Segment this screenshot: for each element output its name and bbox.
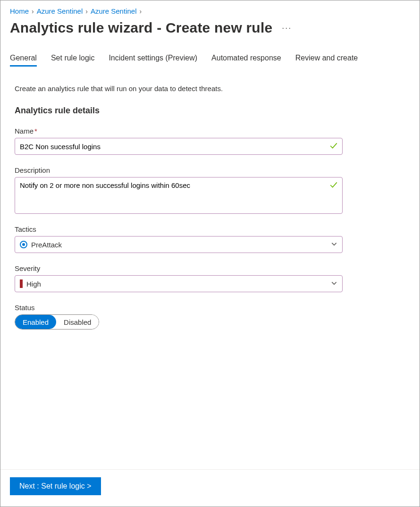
wizard-tabs: General Set rule logic Incident settings… bbox=[10, 54, 410, 67]
description-input[interactable] bbox=[15, 177, 343, 214]
name-input[interactable] bbox=[15, 138, 343, 155]
severity-field-group: Severity High bbox=[15, 264, 343, 292]
name-label-text: Name bbox=[15, 127, 34, 135]
breadcrumb-home[interactable]: Home bbox=[10, 7, 29, 15]
description-label: Description bbox=[15, 166, 343, 174]
chevron-down-icon bbox=[331, 280, 337, 288]
status-toggle: Enabled Disabled bbox=[15, 314, 99, 330]
severity-indicator-icon bbox=[20, 279, 23, 288]
tactics-field-group: Tactics PreAttack bbox=[15, 225, 343, 253]
chevron-down-icon bbox=[331, 241, 337, 249]
status-field-group: Status Enabled Disabled bbox=[15, 304, 343, 330]
description-field-group: Description bbox=[15, 166, 343, 214]
status-disabled-option[interactable]: Disabled bbox=[56, 315, 99, 329]
chevron-right-icon: › bbox=[139, 8, 142, 15]
severity-label: Severity bbox=[15, 264, 343, 272]
more-actions-icon[interactable]: ··· bbox=[282, 23, 292, 33]
status-label: Status bbox=[15, 304, 343, 312]
tab-automated-response[interactable]: Automated response bbox=[211, 54, 281, 67]
target-icon bbox=[20, 241, 27, 248]
tab-set-rule-logic[interactable]: Set rule logic bbox=[51, 54, 95, 67]
severity-dropdown[interactable]: High bbox=[15, 275, 343, 292]
breadcrumb-sentinel-1[interactable]: Azure Sentinel bbox=[37, 7, 83, 15]
name-field-group: Name* bbox=[15, 127, 343, 155]
tab-review-create[interactable]: Review and create bbox=[295, 54, 358, 67]
page-header: Analytics rule wizard - Create new rule … bbox=[10, 20, 410, 36]
breadcrumb-sentinel-2[interactable]: Azure Sentinel bbox=[91, 7, 137, 15]
status-enabled-option[interactable]: Enabled bbox=[15, 315, 56, 329]
section-heading: Analytics rule details bbox=[15, 106, 343, 116]
next-button[interactable]: Next : Set rule logic > bbox=[10, 477, 101, 495]
severity-selected: High bbox=[26, 280, 41, 288]
tab-general[interactable]: General bbox=[10, 54, 37, 67]
tactics-selected: PreAttack bbox=[31, 241, 62, 249]
form-content: Create an analytics rule that will run o… bbox=[10, 84, 343, 330]
tactics-label: Tactics bbox=[15, 225, 343, 233]
intro-text: Create an analytics rule that will run o… bbox=[15, 84, 343, 93]
page-title: Analytics rule wizard - Create new rule bbox=[10, 20, 272, 36]
required-star-icon: * bbox=[34, 127, 37, 135]
chevron-right-icon: › bbox=[85, 8, 88, 15]
breadcrumb: Home › Azure Sentinel › Azure Sentinel › bbox=[10, 7, 410, 15]
tactics-dropdown[interactable]: PreAttack bbox=[15, 236, 343, 253]
tab-incident-settings[interactable]: Incident settings (Preview) bbox=[109, 54, 197, 67]
chevron-right-icon: › bbox=[32, 8, 34, 15]
name-label: Name* bbox=[15, 127, 343, 135]
wizard-footer: Next : Set rule logic > bbox=[0, 469, 420, 507]
